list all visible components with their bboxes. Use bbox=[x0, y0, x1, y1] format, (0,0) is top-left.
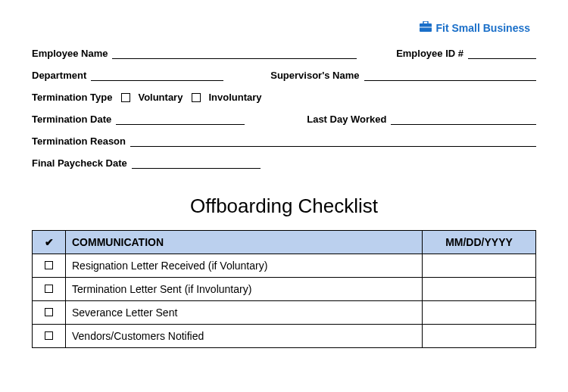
final-paycheck-date-label: Final Paycheck Date bbox=[32, 157, 127, 169]
termination-type-label: Termination Type bbox=[32, 92, 112, 103]
termination-reason-input[interactable] bbox=[130, 136, 536, 147]
termination-reason-label: Termination Reason bbox=[32, 135, 126, 147]
row-date-input[interactable] bbox=[423, 325, 536, 348]
row-checkbox[interactable] bbox=[45, 285, 53, 293]
final-paycheck-date-input[interactable] bbox=[132, 158, 261, 169]
voluntary-label: Voluntary bbox=[138, 92, 183, 103]
checklist-title: Offboarding Checklist bbox=[32, 194, 536, 218]
row-checkbox[interactable] bbox=[45, 308, 53, 316]
row-label: Termination Letter Sent (if Involuntary) bbox=[66, 278, 423, 301]
brand-text: Fit Small Business bbox=[436, 22, 530, 34]
svg-rect-1 bbox=[423, 21, 428, 24]
table-row: Severance Letter Sent bbox=[33, 301, 536, 325]
header-check: ✔ bbox=[33, 231, 66, 254]
termination-date-input[interactable] bbox=[116, 114, 245, 125]
header-date: MM/DD/YYYY bbox=[423, 231, 536, 254]
row-date-input[interactable] bbox=[423, 301, 536, 325]
briefcase-icon bbox=[420, 21, 432, 34]
row-date-input[interactable] bbox=[423, 254, 536, 278]
table-row: Resignation Letter Received (if Voluntar… bbox=[33, 254, 536, 278]
employee-name-label: Employee Name bbox=[32, 48, 108, 59]
supervisor-input[interactable] bbox=[364, 70, 536, 81]
employee-form: Employee Name Employee ID # Department S… bbox=[32, 48, 536, 169]
department-label: Department bbox=[32, 70, 86, 81]
termination-date-label: Termination Date bbox=[32, 114, 111, 125]
involuntary-label: Involuntary bbox=[208, 92, 261, 103]
row-label: Resignation Letter Received (if Voluntar… bbox=[66, 254, 423, 278]
row-label: Vendors/Customers Notified bbox=[66, 325, 423, 348]
row-checkbox[interactable] bbox=[45, 331, 53, 340]
row-label: Severance Letter Sent bbox=[66, 301, 423, 325]
voluntary-checkbox[interactable] bbox=[121, 93, 130, 102]
supervisor-label: Supervisor's Name bbox=[270, 70, 359, 81]
employee-id-input[interactable] bbox=[468, 48, 536, 59]
involuntary-checkbox[interactable] bbox=[192, 93, 201, 102]
table-row: Termination Letter Sent (if Involuntary) bbox=[33, 278, 536, 301]
department-input[interactable] bbox=[91, 70, 223, 81]
last-day-worked-label: Last Day Worked bbox=[307, 114, 386, 125]
checklist-table: ✔ COMMUNICATION MM/DD/YYYY Resignation L… bbox=[32, 230, 536, 348]
row-date-input[interactable] bbox=[423, 278, 536, 301]
row-checkbox[interactable] bbox=[45, 261, 53, 269]
last-day-worked-input[interactable] bbox=[391, 114, 536, 125]
header-section: COMMUNICATION bbox=[66, 231, 423, 254]
employee-name-input[interactable] bbox=[112, 48, 357, 59]
brand-logo: Fit Small Business bbox=[32, 21, 530, 34]
table-row: Vendors/Customers Notified bbox=[33, 325, 536, 348]
employee-id-label: Employee ID # bbox=[396, 48, 463, 59]
